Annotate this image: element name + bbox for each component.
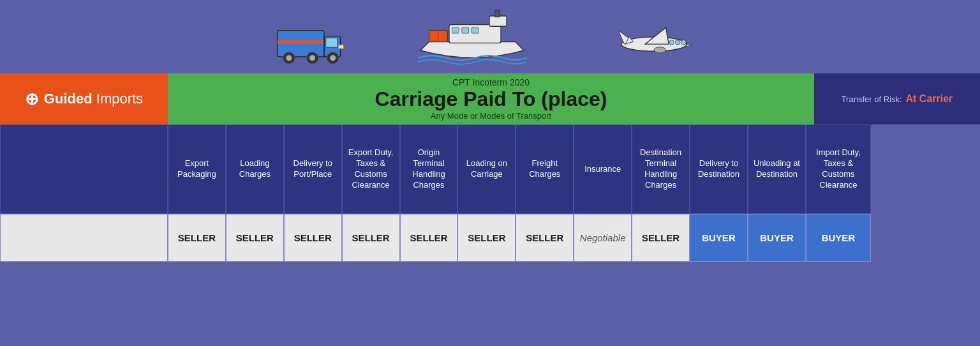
page-wrapper: ⊕ Guided Imports CPT Incoterm 2020 Carri…	[0, 0, 980, 287]
col-cell-12: BUYER	[806, 214, 871, 262]
col-cell-3: SELLER	[284, 214, 342, 262]
svg-point-21	[669, 40, 674, 45]
svg-point-4	[286, 55, 292, 61]
transfer-value: At Carrier	[906, 93, 953, 105]
logo-text: Guided Imports	[44, 91, 143, 107]
svg-rect-19	[495, 10, 500, 17]
col-header-8: Insurance	[574, 124, 632, 214]
svg-point-22	[675, 40, 679, 45]
svg-rect-13	[489, 16, 507, 26]
svg-point-24	[654, 47, 666, 53]
col-header-11: Unloading at Destination	[748, 124, 806, 214]
plane-icon	[612, 20, 695, 73]
col-header-1: Export Packaging	[168, 124, 226, 214]
truck-icon	[274, 13, 345, 73]
table-headers: Export PackagingLoading ChargesDelivery …	[0, 124, 980, 214]
col-header-3: Delivery to Port/Place	[284, 124, 342, 214]
header-right: Transfer of Risk: At Carrier	[814, 73, 980, 124]
col-cell-2: SELLER	[226, 214, 284, 262]
ship-icon	[415, 7, 530, 73]
svg-point-6	[309, 55, 315, 61]
col-cell-7: SELLER	[516, 214, 574, 262]
header-bar: ⊕ Guided Imports CPT Incoterm 2020 Carri…	[0, 73, 980, 124]
logo-imports: Imports	[96, 91, 143, 107]
col-cell-4: SELLER	[342, 214, 400, 262]
col-cell-1: SELLER	[168, 214, 226, 262]
svg-point-23	[681, 40, 686, 45]
col-cell-11: BUYER	[748, 214, 806, 262]
col-header-12: Import Duty, Taxes & Customs Clearance	[806, 124, 871, 214]
icons-area	[0, 0, 980, 73]
logo-icon: ⊕	[25, 89, 39, 109]
logo-section: ⊕ Guided Imports	[0, 73, 168, 124]
col-header-2: Loading Charges	[226, 124, 284, 214]
incoterm-label: CPT Incoterm 2020	[452, 77, 530, 87]
logo-guided: Guided	[44, 91, 93, 107]
col-header-9: Destination Terminal Handling Charges	[632, 124, 690, 214]
svg-rect-11	[339, 45, 343, 49]
svg-rect-9	[278, 40, 324, 44]
header-center: CPT Incoterm 2020 Carriage Paid To (plac…	[168, 73, 814, 124]
col-cell-8: Negotiable	[574, 214, 632, 262]
col-header-6: Loading on Carriage	[457, 124, 516, 214]
col-cell-9: SELLER	[632, 214, 690, 262]
table-rows: SELLERSELLERSELLERSELLERSELLERSELLERSELL…	[0, 214, 980, 262]
col-header-10: Delivery to Destination	[690, 124, 748, 214]
svg-rect-14	[452, 27, 459, 33]
col-header-5: Origin Terminal Handling Charges	[400, 124, 458, 214]
col-cell-5: SELLER	[400, 214, 458, 262]
svg-rect-16	[471, 27, 479, 33]
transfer-label: Transfer of Risk:	[842, 94, 902, 104]
col-cell-10: BUYER	[690, 214, 748, 262]
incoterm-title: Carriage Paid To (place)	[375, 87, 607, 111]
svg-point-8	[330, 55, 336, 61]
col-header-4: Export Duty, Taxes & Customs Clearance	[342, 124, 400, 214]
svg-rect-15	[462, 27, 469, 33]
col-header-7: Freight Charges	[516, 124, 574, 214]
col-cell-6: SELLER	[457, 214, 516, 262]
incoterm-subtitle: Any Mode or Modes of Transport	[431, 111, 551, 121]
svg-rect-2	[326, 38, 338, 48]
